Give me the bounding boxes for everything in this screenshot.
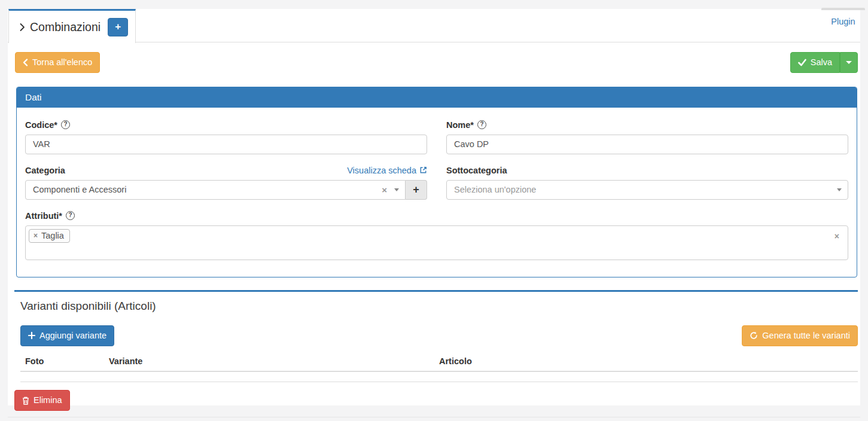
- remove-tag-icon[interactable]: ×: [33, 231, 38, 240]
- sottocategoria-select[interactable]: Seleziona un'opzione: [446, 180, 848, 200]
- attributi-field-group: Attributi* ? × Taglia ×: [25, 210, 848, 260]
- nome-field-group: Nome* ?: [446, 120, 848, 154]
- dati-panel: Dati Codice* ?: [16, 87, 857, 277]
- add-variant-button[interactable]: Aggiungi variante: [20, 325, 114, 346]
- nome-input[interactable]: [446, 135, 848, 154]
- codice-field-group: Codice* ?: [25, 120, 427, 154]
- varianti-toolbar: Aggiungi variante Genera tutte le varian…: [20, 325, 858, 346]
- caret-down-icon: [846, 61, 852, 64]
- tab-plugin[interactable]: Plugin: [821, 8, 865, 26]
- trash-icon: [22, 396, 29, 405]
- generate-all-variants-label: Genera tutte le varianti: [762, 330, 850, 341]
- empty-table-row: [20, 371, 858, 382]
- caret-down-icon: [394, 188, 399, 191]
- save-button[interactable]: Salva: [790, 52, 840, 73]
- attributi-label: Attributi* ?: [25, 211, 75, 221]
- tab-plugin-label[interactable]: Plugin: [831, 17, 855, 26]
- help-icon[interactable]: ?: [66, 211, 75, 220]
- column-header-variante: Variante: [104, 352, 434, 371]
- help-icon[interactable]: ?: [61, 120, 70, 129]
- tab-combinazioni-label: Combinazioni: [30, 20, 100, 34]
- dati-panel-header: Dati: [17, 87, 857, 108]
- chevron-right-icon: [19, 23, 25, 32]
- add-categoria-button[interactable]: +: [406, 180, 427, 200]
- dati-panel-body: Codice* ? Nome* ?: [17, 108, 857, 277]
- toolbar: Torna all'elenco Salva: [8, 42, 860, 73]
- categoria-selected-value: Componenti e Accessori: [33, 185, 382, 194]
- varianti-section: Varianti disponibili (Articoli) Aggiungi…: [14, 290, 858, 382]
- categoria-field-group: Categoria Visualizza scheda C: [25, 165, 427, 200]
- help-icon[interactable]: ?: [477, 120, 486, 129]
- tab-bar: Combinazioni +: [8, 9, 860, 42]
- categoria-label: Categoria: [25, 166, 65, 175]
- visualizza-scheda-link[interactable]: Visualizza scheda: [347, 166, 427, 175]
- delete-button[interactable]: Elimina: [14, 390, 70, 411]
- varianti-title: Varianti disponibili (Articoli): [20, 300, 858, 313]
- main-content: Combinazioni + Torna all'elenco Salva: [8, 9, 860, 405]
- attributi-tag-taglia: × Taglia: [29, 229, 70, 243]
- caret-down-icon: [837, 188, 842, 191]
- clear-selection-icon[interactable]: ×: [382, 185, 387, 195]
- variants-table-header-row: Foto Variante Articolo: [20, 352, 858, 371]
- delete-label: Elimina: [33, 395, 62, 406]
- codice-label: Codice* ?: [25, 120, 70, 130]
- categoria-select-group: Componenti e Accessori × +: [25, 180, 427, 200]
- add-combination-button[interactable]: +: [108, 18, 128, 36]
- generate-all-variants-button[interactable]: Genera tutte le varianti: [742, 325, 858, 346]
- external-link-icon: [419, 166, 427, 174]
- chevron-left-icon: [23, 59, 28, 66]
- column-header-articolo: Articolo: [434, 352, 858, 371]
- add-variant-label: Aggiungi variante: [39, 330, 106, 341]
- sottocategoria-label: Sottocategoria: [446, 166, 507, 175]
- attributi-multiselect[interactable]: × Taglia ×: [25, 225, 848, 260]
- nome-label: Nome* ?: [446, 120, 486, 130]
- attributi-tag-label: Taglia: [41, 231, 64, 240]
- save-label: Salva: [811, 57, 832, 68]
- variants-table: Foto Variante Articolo: [20, 352, 858, 383]
- back-to-list-button[interactable]: Torna all'elenco: [15, 52, 100, 73]
- clear-all-icon[interactable]: ×: [835, 231, 839, 241]
- refresh-icon: [750, 331, 758, 340]
- tab-combinazioni[interactable]: Combinazioni +: [8, 9, 136, 43]
- footer-divider: [8, 417, 860, 417]
- check-icon: [798, 59, 806, 66]
- tab-plugin-indicator: [821, 8, 865, 10]
- sottocategoria-field-group: Sottocategoria Seleziona un'opzione: [446, 165, 848, 200]
- sottocategoria-placeholder: Seleziona un'opzione: [454, 185, 837, 194]
- categoria-select[interactable]: Componenti e Accessori ×: [25, 180, 406, 200]
- back-to-list-label: Torna all'elenco: [32, 57, 92, 68]
- delete-row: Elimina: [14, 390, 860, 411]
- save-dropdown-toggle[interactable]: [840, 52, 858, 73]
- save-button-group: Salva: [790, 52, 858, 73]
- codice-input[interactable]: [25, 135, 427, 154]
- column-header-foto: Foto: [20, 352, 104, 371]
- plus-icon: [28, 332, 35, 339]
